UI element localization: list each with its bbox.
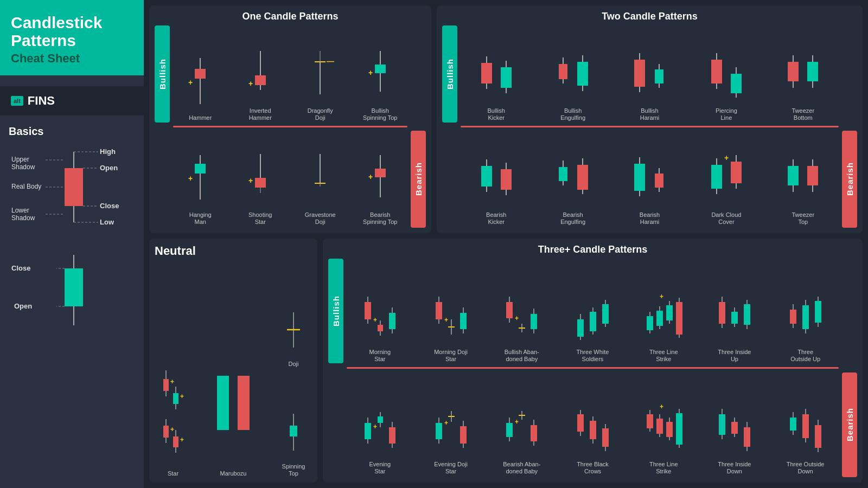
bull-engulf-svg [551, 46, 595, 105]
bull-spinning-cell: + BullishSpinning Top [352, 28, 409, 121]
svg-rect-82 [788, 62, 799, 81]
bearish-label-two: Bearish [845, 162, 854, 196]
svg-text:Open: Open [100, 164, 118, 172]
hammer-cell: + Hammer [172, 28, 229, 121]
tweezer-top-svg [781, 150, 825, 209]
svg-rect-252 [647, 414, 653, 428]
svg-text:Lower: Lower [11, 207, 29, 214]
evening-doji-cell: + Evening DojiStar [417, 373, 486, 475]
three-line-bear-cell: + Three LineStrike [629, 373, 698, 475]
svg-rect-85 [807, 62, 818, 81]
bearish-label-one: Bearish [414, 162, 423, 196]
morning-doji-svg: + [431, 292, 471, 346]
svg-rect-58 [481, 63, 492, 84]
bullish-label-three: Bullish [331, 296, 341, 326]
svg-text:+: + [368, 172, 373, 181]
tweezer-bottom-cell: TweezerBottom [767, 28, 840, 121]
svg-rect-61 [501, 67, 512, 88]
star-svg: + + + + [159, 359, 187, 468]
svg-rect-255 [656, 419, 663, 434]
three-outside-down-cell: Three OutsideDown [771, 373, 840, 475]
bullish-strip-one: Bullish [155, 25, 170, 123]
morning-star-svg: + [360, 292, 400, 346]
svg-rect-213 [365, 423, 371, 439]
svg-rect-150 [389, 313, 395, 329]
svg-rect-103 [655, 174, 663, 188]
svg-rect-127 [163, 426, 169, 438]
svg-rect-123 [173, 393, 178, 404]
evening-star-cell: + EveningStar [346, 373, 414, 475]
three-black-label: Three BlackCrows [577, 461, 609, 475]
svg-text:Shadow: Shadow [11, 214, 35, 222]
neutral-panel: Neutral + + [149, 239, 317, 483]
bear-abandoned-cell: + Bearish Aban-doned Baby [487, 373, 556, 475]
bull-harami-cell: BullishHarami [613, 28, 686, 121]
svg-rect-173 [577, 319, 584, 337]
bullish-strip-three: Bullish [328, 259, 343, 363]
three-line-bear-svg: + [643, 404, 684, 459]
svg-rect-240 [531, 425, 537, 441]
svg-rect-140 [290, 426, 297, 436]
bearish-strip-three: Bearish [842, 373, 857, 477]
svg-rect-70 [634, 60, 645, 87]
basics-section: Basics High Open Close Low Upper [0, 115, 144, 488]
svg-rect-271 [744, 427, 750, 447]
svg-text:+: + [515, 418, 519, 426]
one-candle-title: One Candle Patterns [155, 11, 426, 22]
svg-rect-204 [790, 310, 796, 324]
three-candle-title: Three+ Candle Patterns [328, 244, 857, 255]
three-line-bull-cell: + Three LineStrike [629, 261, 698, 363]
bear-kicker-label: BearishKicker [486, 211, 506, 226]
svg-rect-54 [375, 169, 386, 177]
bear-engulf-label: BearishEngulfing [560, 211, 585, 226]
svg-text:+: + [188, 78, 193, 87]
svg-text:+: + [170, 378, 174, 386]
svg-text:High: High [100, 147, 116, 156]
bull-engulf-cell: BullishEngulfing [536, 28, 609, 121]
bull-abandoned-label: Bullish Aban-doned Baby [505, 349, 539, 363]
hammer-label: Hammer [189, 114, 212, 121]
shooting-star-svg: + [244, 150, 277, 209]
sidebar-header: Candlestick Patterns Cheat Sheet [0, 0, 144, 75]
three-inside-down-label: Three InsideDown [718, 461, 751, 475]
evening-star-svg: + [360, 404, 400, 459]
bull-abandoned-svg: + [501, 292, 542, 346]
dragonfly-label: DragonflyDoji [308, 107, 333, 121]
bearish-strip-one: Bearish [411, 131, 426, 228]
dark-cloud-svg: + [705, 150, 748, 209]
dragonfly-svg: — [304, 46, 336, 105]
svg-rect-188 [666, 305, 673, 320]
piercing-cell: PiercingLine [690, 28, 763, 121]
app-subtitle: Cheat Sheet [11, 52, 80, 66]
doji-svg [283, 307, 304, 358]
three-white-label: Three WhiteSoldiers [577, 349, 609, 363]
svg-rect-43 [195, 164, 206, 174]
bull-abandoned-cell: + Bullish Aban-doned Baby [487, 261, 556, 363]
three-outside-down-svg [785, 404, 826, 459]
svg-rect-258 [666, 422, 673, 437]
tweezer-bottom-svg [781, 46, 825, 105]
logo-alt-text: alt [11, 96, 23, 106]
bear-kicker-cell: BearishKicker [459, 132, 533, 226]
morning-doji-label: Morning DojiStar [434, 349, 468, 363]
svg-rect-179 [602, 304, 609, 324]
svg-rect-210 [815, 301, 821, 323]
marubozu-label: Marubozu [220, 470, 247, 477]
morning-star-cell: + MorningStar [346, 261, 414, 363]
bull-spinning-svg: + [364, 46, 397, 105]
morning-doji-cell: + Morning DojiStar [417, 261, 486, 363]
svg-rect-88 [481, 166, 492, 187]
svg-text:+: + [188, 174, 193, 183]
bear-harami-cell: BearishHarami [613, 132, 686, 226]
tweezer-bottom-label: TweezerBottom [792, 107, 815, 121]
svg-rect-97 [577, 165, 588, 190]
inv-hammer-cell: + InvertedHammer [232, 28, 289, 121]
one-candle-inner: Bullish [155, 25, 426, 228]
svg-text:Close: Close [11, 264, 30, 272]
logo: alt FINS [0, 86, 144, 115]
main-content: One Candle Patterns Bullish [144, 0, 868, 488]
svg-rect-135 [238, 376, 250, 430]
neutral-title: Neutral [155, 244, 312, 258]
piercing-svg [705, 46, 748, 105]
shooting-star-label: ShootingStar [248, 211, 272, 226]
